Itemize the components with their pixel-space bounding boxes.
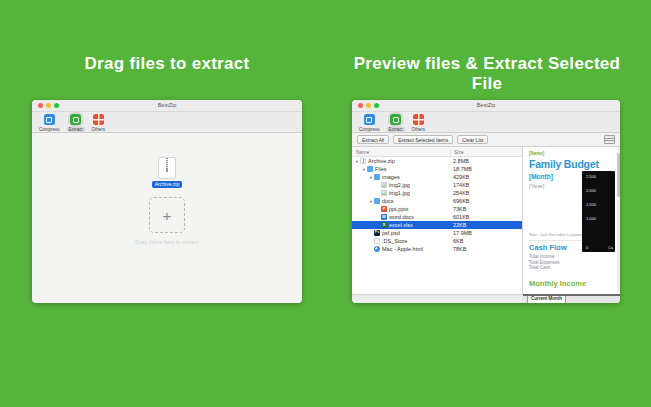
minimize-button[interactable] — [366, 103, 371, 108]
file-name: excel.xlsx — [389, 222, 413, 228]
table-row[interactable]: Pspsf.psd17.9MB — [352, 229, 522, 237]
table-row[interactable]: ▾Files18.7MB — [352, 165, 522, 173]
chart-corner-label: Ca — [608, 245, 613, 250]
folder-icon — [367, 166, 373, 172]
preview-name-placeholder: [Name] — [529, 151, 614, 156]
excel-icon: X — [381, 222, 387, 228]
marketing-canvas: Drag files to extract Preview files & Ex… — [0, 0, 651, 407]
table-row[interactable]: ▾images429KB — [352, 173, 522, 181]
file-name: word.docx — [389, 214, 414, 220]
main-toolbar: CompressExtractOthers — [352, 112, 620, 133]
toolbar-item-label: Extract — [67, 127, 85, 132]
extract-all-button[interactable]: Extract All — [357, 135, 389, 144]
bottom-strip: Current Month — [352, 294, 620, 303]
zoom-button[interactable] — [374, 103, 379, 108]
extract-icon — [390, 114, 401, 125]
chart-tick-label: 1,500 — [586, 203, 613, 207]
others-icon — [93, 114, 104, 125]
table-row[interactable]: Mac - Apple.html78KB — [352, 245, 522, 253]
window-title: BestZip — [32, 100, 302, 111]
table-row[interactable]: Wword.docx601KB — [352, 213, 522, 221]
table-row[interactable]: ▾Archive.zip2.8MB — [352, 157, 522, 165]
chart-ticks: 2,5002,0001,5001,000 — [586, 175, 613, 221]
preview-scrollbar[interactable] — [617, 147, 620, 294]
plus-icon: + — [163, 208, 172, 223]
left-heading: Drag files to extract — [22, 54, 312, 74]
cash-flow-items: Total IncomeTotal ExpensesTotal Cash — [529, 254, 614, 271]
chart-axis-bottom: 0 Ca — [586, 245, 613, 250]
view-toggle-icon[interactable] — [604, 135, 615, 144]
table-rows: ▾Archive.zip2.8MB▾Files18.7MB▾images429K… — [352, 157, 522, 253]
toolbar-item-compress[interactable]: Compress — [39, 114, 60, 132]
chart-tick-label: 2,500 — [586, 175, 613, 179]
word-icon: W — [381, 214, 387, 220]
table-header: Name Size — [352, 147, 522, 157]
toolbar-item-extract[interactable]: Extract — [67, 114, 85, 132]
chart-tick-label: 2,000 — [586, 189, 613, 193]
file-size: 73KB — [450, 206, 522, 212]
file-size: 429KB — [450, 174, 522, 180]
compress-icon — [364, 114, 375, 125]
table-row[interactable]: ▾docs696KB — [352, 197, 522, 205]
row-lead: ▾Files — [352, 166, 450, 172]
column-header-size[interactable]: Size — [450, 149, 522, 155]
column-header-name[interactable]: Name — [352, 149, 450, 155]
cash-flow-item: Total Cash — [529, 265, 614, 271]
toolbar-item-label: Others — [412, 127, 426, 132]
titlebar: BestZip — [352, 100, 620, 112]
row-lead: img1.jpg — [352, 190, 450, 196]
file-name: .DS_Store — [382, 238, 407, 244]
row-lead: Wword.docx — [352, 214, 450, 220]
zoom-button[interactable] — [54, 103, 59, 108]
preview-extract-window: BestZip CompressExtractOthers Extract Al… — [352, 100, 620, 303]
toolbar-item-label: Compress — [39, 127, 60, 132]
clear-list-button[interactable]: Clear List — [457, 135, 488, 144]
file-size: 78KB — [450, 246, 522, 252]
budget-chart: 2,5002,0001,5001,000 0 Ca — [582, 171, 615, 252]
row-lead: Pspsf.psd — [352, 230, 450, 236]
zip-icon — [360, 158, 366, 164]
drop-hint-text: Drag items here to extract — [135, 239, 198, 245]
toolbar-item-others[interactable]: Others — [412, 114, 426, 132]
file-size: 18.7MB — [450, 166, 522, 172]
table-row[interactable]: Pppt.pptx73KB — [352, 205, 522, 213]
file-name: images — [382, 174, 400, 180]
toolbar-item-label: Others — [92, 127, 106, 132]
file-name: psf.psd — [382, 230, 400, 236]
table-row[interactable]: .DS_Store6KB — [352, 237, 522, 245]
action-bar: Extract AllExtract Selected ItemsClear L… — [352, 133, 620, 147]
close-button[interactable] — [38, 103, 43, 108]
row-lead: ▾docs — [352, 198, 450, 204]
table-row[interactable]: img2.jpg174KB — [352, 181, 522, 189]
extract-selected-button[interactable]: Extract Selected Items — [393, 135, 453, 144]
scrollbar-thumb[interactable] — [617, 153, 620, 197]
drop-target-box[interactable]: + — [149, 197, 185, 233]
titlebar: BestZip — [32, 100, 302, 112]
file-table: Name Size ▾Archive.zip2.8MB▾Files18.7MB▾… — [352, 147, 523, 294]
row-lead: Pppt.pptx — [352, 206, 450, 212]
row-lead: ▾images — [352, 174, 450, 180]
extract-icon — [70, 114, 81, 125]
preview-pane: [Name] Family Budget [Month] [Year] 2,50… — [523, 147, 620, 294]
zip-file-icon[interactable] — [158, 157, 176, 179]
sheet-tab-current-month[interactable]: Current Month — [527, 296, 566, 303]
table-row[interactable]: Xexcel.xlsx22KB — [352, 221, 522, 229]
file-name: img2.jpg — [389, 182, 410, 188]
archive-file-label[interactable]: Archive.zip — [152, 181, 182, 188]
extract-dropzone-window: BestZip CompressExtractOthers Archive.zi… — [32, 100, 302, 303]
close-button[interactable] — [358, 103, 363, 108]
others-icon — [413, 114, 424, 125]
toolbar-item-extract[interactable]: Extract — [387, 114, 405, 132]
table-row[interactable]: img1.jpg254KB — [352, 189, 522, 197]
main-toolbar: CompressExtractOthers — [32, 112, 302, 133]
file-size: 17.9MB — [450, 230, 522, 236]
toolbar-item-compress[interactable]: Compress — [359, 114, 380, 132]
file-size: 2.8MB — [450, 158, 522, 164]
toolbar-item-others[interactable]: Others — [92, 114, 106, 132]
file-name: Mac - Apple.html — [382, 246, 423, 252]
file-size: 6KB — [450, 238, 522, 244]
row-lead: Xexcel.xlsx — [352, 222, 450, 228]
drop-area[interactable]: Archive.zip + Drag items here to extract — [32, 133, 302, 303]
row-lead: ▾Archive.zip — [352, 158, 450, 164]
minimize-button[interactable] — [46, 103, 51, 108]
